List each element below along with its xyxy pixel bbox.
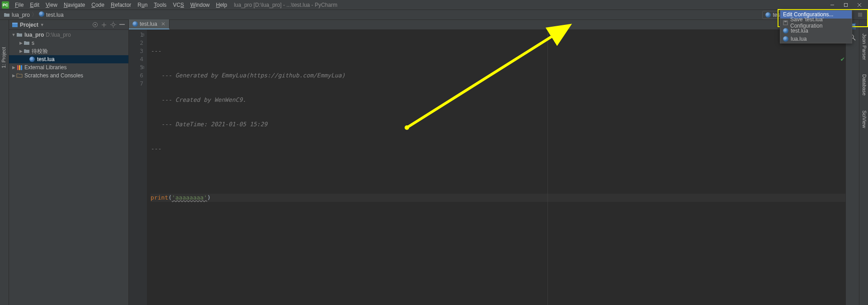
tree-scratches-label: Scratches and Consoles [24,72,83,79]
editor-area: test.lua ✕ 1 2 3 4 5 6 7 ⊟--- --- Genera… [129,20,845,305]
menu-vcs[interactable]: VCS [170,2,187,8]
tree-file-testlua-label: test.lua [37,56,55,62]
menu-edit[interactable]: Edit [27,2,42,8]
menu-run[interactable]: Run [134,2,151,8]
dropdown-item-0-label: test.lua [791,28,808,34]
tool-window-json[interactable]: Json Parser [862,33,867,60]
db-stripe-label: Database [862,74,867,95]
lua-file-icon [783,28,788,33]
code-text: --- [151,145,161,152]
svg-point-22 [112,24,114,26]
tree-file-testlua[interactable]: test.lua [9,55,128,63]
settings-icon[interactable] [109,21,117,29]
menu-file[interactable]: File [12,2,27,8]
titlebar: PC File Edit View Navigate Code Refactor… [0,0,868,10]
folder-icon [16,32,23,38]
right-tool-stripe: Json Parser Database SciView [859,20,868,305]
svg-rect-1 [844,3,848,6]
project-panel: Project ▼ ▼ lua_pro [9,20,129,305]
side-extra [845,20,859,305]
tab-label: test.lua [140,21,157,27]
tree-folder-pending[interactable]: ▶ 待校验 [9,47,128,55]
tool-window-database[interactable]: Database [862,74,867,95]
select-opened-file-icon[interactable] [91,21,99,29]
inspection-ok-icon[interactable]: ✔ [841,55,844,62]
svg-line-34 [853,38,855,40]
folder-icon [4,12,10,18]
lua-file-icon [132,21,138,27]
menu-window[interactable]: Window [187,2,213,8]
line-number: 6 [129,71,143,80]
svg-rect-13 [858,13,862,17]
line-number: 4 [129,55,143,63]
stop-button[interactable] [855,10,864,19]
chevron-down-icon[interactable]: ▼ [11,33,16,37]
chevron-right-icon[interactable]: ▶ [11,73,16,78]
line-number: 2 [129,39,143,47]
sci-stripe-label: SciView [862,110,867,128]
tree-folder-s-label: s [32,40,34,46]
maximize-button[interactable] [839,0,853,10]
code-text: --- Generated by EmmyLua(https://github.… [161,72,345,79]
svg-rect-27 [119,24,125,25]
expand-all-icon[interactable] [100,21,108,29]
menu-navigate[interactable]: Navigate [61,2,88,8]
json-stripe-label: Json Parser [862,33,867,60]
chevron-right-icon[interactable]: ▶ [18,49,24,53]
fold-end-icon[interactable]: ⊟ [142,63,144,71]
svg-rect-17 [12,23,18,24]
menu-view[interactable]: View [42,2,61,8]
tree-root-path: D:\lua_pro [46,32,71,38]
menu-refactor[interactable]: Refactor [108,2,134,8]
chevron-right-icon[interactable]: ▶ [18,41,24,45]
folder-icon [24,48,30,54]
tree-root[interactable]: ▼ lua_pro D:\lua_pro [9,31,128,39]
code-text: --- DateTime: 2021-01-05 15:29 [161,121,267,128]
project-panel-title: Project [20,22,38,28]
minimize-button[interactable] [826,0,839,10]
chevron-right-icon[interactable]: ▶ [11,65,16,70]
tool-window-sciview[interactable]: SciView [862,110,867,128]
svg-rect-15 [784,21,787,22]
project-view-icon [12,22,18,28]
dropdown-config-lualua[interactable]: lua.lua [780,35,852,43]
code-area[interactable]: ⊟--- --- Generated by EmmyLua(https://gi… [147,30,845,305]
menu-help[interactable]: Help [213,2,231,8]
close-button[interactable] [853,0,866,10]
dropdown-save-configuration[interactable]: Save 'test.lua' Configuration [780,19,852,27]
close-tab-icon[interactable]: ✕ [161,21,165,27]
project-panel-header: Project ▼ [9,20,128,30]
code-keyword: print [151,194,168,201]
lua-file-icon [783,36,788,42]
left-tool-stripe: 1: Project [0,20,9,305]
tool-window-project[interactable]: 1: Project [1,47,6,68]
fold-start-icon[interactable]: ⊟ [142,31,144,39]
line-number: 7 [129,80,143,88]
chevron-down-icon[interactable]: ▼ [40,23,44,27]
breadcrumb-sep: 〉 [32,11,37,19]
tree-scratches[interactable]: ▶ Scratches and Consoles [9,71,128,80]
tree-folder-s[interactable]: ▶ s [9,39,128,47]
menu-tools[interactable]: Tools [151,2,170,8]
run-config-dropdown: Edit Configurations... Save 'test.lua' C… [780,10,852,43]
project-tree[interactable]: ▼ lua_pro D:\lua_pro ▶ s ▶ 待校验 test.lua [9,30,128,305]
code-string: 'aaaaaaaa' [172,194,207,201]
tab-testlua[interactable]: test.lua ✕ [129,19,170,29]
breadcrumb-file[interactable]: test.lua [39,11,64,18]
nav-bar: lua_pro 〉 test.lua test.lua ▼ [0,10,868,20]
library-icon [16,65,23,70]
breadcrumb-file-label: test.lua [46,12,64,18]
hide-panel-icon[interactable] [118,21,126,29]
lua-file-icon [29,57,35,62]
svg-point-19 [94,24,96,25]
breadcrumb-project[interactable]: lua_pro [4,12,30,18]
line-number: 3 [129,47,143,55]
breadcrumb-project-label: lua_pro [12,12,30,18]
tree-folder-pending-label: 待校验 [32,48,48,55]
tree-external-libraries[interactable]: ▶ External Libraries [9,63,128,71]
menu-code[interactable]: Code [88,2,108,8]
folder-icon [24,40,30,46]
editor-body[interactable]: 1 2 3 4 5 6 7 ⊟--- --- Generated by Emmy… [129,30,845,305]
scratches-icon [16,73,23,78]
code-text [151,169,845,177]
